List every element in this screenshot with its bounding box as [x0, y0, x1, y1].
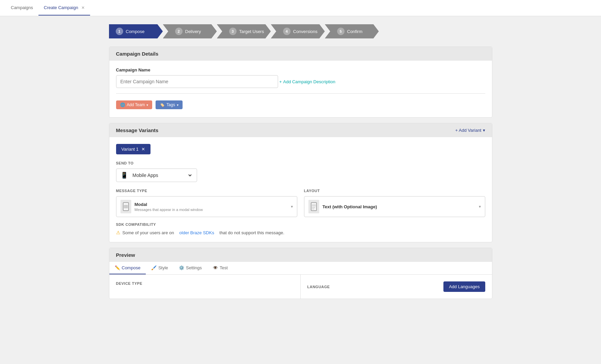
layout-label: LAYOUT: [304, 189, 485, 193]
step-num-5: 5: [337, 28, 345, 35]
step-num-4: 4: [283, 28, 291, 35]
step-compose[interactable]: 1 Compose: [109, 24, 163, 38]
chevron-down-icon: ▾: [146, 103, 148, 107]
nav-tab-create-campaign-label: Create Campaign: [44, 5, 78, 10]
svg-rect-3: [312, 204, 316, 207]
preview-tabs: ✏️ Compose 🖌️ Style ⚙️ Settings 👁️ Test: [109, 262, 492, 275]
step-label-compose: Compose: [126, 29, 145, 34]
campaign-details-card: Campaign Details Campaign Name + Add Cam…: [109, 47, 492, 118]
settings-gear-icon: ⚙️: [179, 265, 184, 270]
layout-text: Text (with Optional Image): [323, 204, 475, 209]
step-target-users[interactable]: 3 Target Users: [217, 24, 271, 38]
main-content: 1 Compose 2 Delivery 3 Target Users 4 Co…: [98, 16, 503, 307]
layout-icon: [308, 200, 319, 213]
preview-left-panel: DEVICE TYPE: [109, 275, 301, 299]
tab-style-label: Style: [158, 265, 168, 270]
nav-tab-campaigns[interactable]: Campaigns: [5, 0, 38, 16]
tags-button[interactable]: 🏷️ Tags ▾: [156, 100, 182, 109]
message-type-layout-row: MESSAGE TYPE Modal Messages that appear …: [116, 189, 485, 217]
step-confirm[interactable]: 5 Confirm: [325, 24, 379, 38]
language-label: LANGUAGE: [307, 285, 330, 289]
variant-1-label: Variant 1: [121, 147, 139, 152]
modal-icon: [120, 200, 131, 213]
campaign-details-title: Campaign Details: [116, 51, 159, 57]
layout-select[interactable]: Text (with Optional Image) ▾: [304, 196, 485, 217]
compose-pencil-icon: ✏️: [115, 265, 120, 270]
svg-rect-1: [124, 205, 128, 208]
preview-card: Preview ✏️ Compose 🖌️ Style ⚙️ Settings …: [109, 248, 492, 299]
message-type-title: Modal: [135, 202, 288, 207]
mobile-icon: 📱: [120, 172, 128, 179]
tab-compose-label: Compose: [122, 265, 141, 270]
svg-rect-4: [312, 207, 315, 208]
divider: [116, 93, 485, 94]
svg-rect-5: [312, 209, 314, 209]
sdk-warning-before: Some of your users are on: [122, 230, 174, 235]
variant-1-tab[interactable]: Variant 1 ✕: [116, 144, 151, 154]
preview-body: DEVICE TYPE LANGUAGE Add Languages: [109, 275, 492, 299]
campaign-name-input[interactable]: [116, 75, 278, 88]
layout-col: LAYOUT Text (with Optional Image): [304, 189, 485, 217]
campaign-details-body: Campaign Name + Add Campaign Description…: [109, 61, 492, 117]
send-to-label: SEND TO: [116, 161, 485, 165]
message-type-select[interactable]: Modal Messages that appear in a modal wi…: [116, 196, 297, 217]
nav-tab-create-campaign[interactable]: Create Campaign ✕: [38, 0, 90, 16]
step-label-conversions: Conversions: [293, 29, 318, 34]
older-sdks-link[interactable]: older Braze SDKs: [179, 230, 214, 235]
message-variants-body: Variant 1 ✕ SEND TO 📱 Mobile Apps MESSAG…: [109, 137, 492, 242]
globe-icon: 🌐: [120, 102, 125, 107]
add-team-label: Add Team: [127, 102, 145, 107]
step-label-delivery: Delivery: [185, 29, 201, 34]
step-conversions[interactable]: 4 Conversions: [271, 24, 325, 38]
style-brush-icon: 🖌️: [151, 265, 157, 270]
chevron-down-icon-type: ▾: [291, 204, 293, 209]
warning-icon: ⚠: [116, 230, 120, 235]
chevron-down-icon-layout: ▾: [479, 204, 481, 209]
tag-icon: 🏷️: [160, 102, 165, 107]
step-num-2: 2: [175, 28, 183, 35]
tab-compose[interactable]: ✏️ Compose: [109, 262, 146, 274]
message-variants-title: Message Variants: [116, 127, 159, 133]
add-description-label: Add Campaign Description: [283, 79, 335, 84]
sdk-warning-after: that do not support this message.: [219, 230, 284, 235]
send-to-dropdown[interactable]: Mobile Apps: [131, 172, 193, 178]
message-type-subtitle: Messages that appear in a modal window: [135, 208, 288, 212]
step-num-1: 1: [116, 28, 123, 35]
campaign-details-header: Campaign Details: [109, 47, 492, 61]
send-to-select[interactable]: 📱 Mobile Apps: [116, 169, 197, 182]
steps-container: 1 Compose 2 Delivery 3 Target Users 4 Co…: [109, 24, 492, 38]
chevron-down-icon-variant: ▾: [483, 128, 485, 133]
step-num-3: 3: [229, 28, 237, 35]
variant-1-close-icon[interactable]: ✕: [141, 147, 145, 152]
step-label-target-users: Target Users: [239, 29, 264, 34]
tab-settings[interactable]: ⚙️ Settings: [173, 262, 207, 274]
step-delivery[interactable]: 2 Delivery: [163, 24, 217, 38]
close-icon[interactable]: ✕: [81, 5, 85, 10]
tab-test[interactable]: 👁️ Test: [207, 262, 233, 274]
test-eye-icon: 👁️: [213, 265, 218, 270]
add-languages-button[interactable]: Add Languages: [443, 281, 485, 292]
tab-style[interactable]: 🖌️ Style: [146, 262, 173, 274]
plus-icon: +: [279, 79, 282, 84]
tags-label: Tags: [166, 102, 175, 107]
tab-test-label: Test: [220, 265, 228, 270]
add-team-button[interactable]: 🌐 Add Team ▾: [116, 100, 153, 109]
sdk-warning-text: ⚠ Some of your users are on older Braze …: [116, 230, 485, 235]
tab-settings-label: Settings: [186, 265, 202, 270]
add-variant-label: + Add Variant: [455, 128, 481, 133]
message-variants-header: Message Variants + Add Variant ▾: [109, 123, 492, 137]
step-label-confirm: Confirm: [347, 29, 363, 34]
chevron-down-icon-2: ▾: [177, 103, 179, 107]
add-description-button[interactable]: + Add Campaign Description: [279, 79, 335, 84]
message-type-label: MESSAGE TYPE: [116, 189, 297, 193]
top-nav: Campaigns Create Campaign ✕: [0, 0, 601, 16]
campaign-name-label: Campaign Name: [116, 67, 485, 72]
sdk-label: SDK COMPATIBILITY: [116, 222, 485, 226]
device-type-label: DEVICE TYPE: [116, 281, 294, 285]
preview-right-panel: LANGUAGE Add Languages: [301, 275, 492, 299]
add-variant-button[interactable]: + Add Variant ▾: [455, 128, 485, 133]
tags-row: 🌐 Add Team ▾ 🏷️ Tags ▾: [116, 99, 485, 111]
message-type-col: MESSAGE TYPE Modal Messages that appear …: [116, 189, 297, 217]
preview-header: Preview: [109, 248, 492, 262]
layout-title: Text (with Optional Image): [323, 204, 475, 209]
